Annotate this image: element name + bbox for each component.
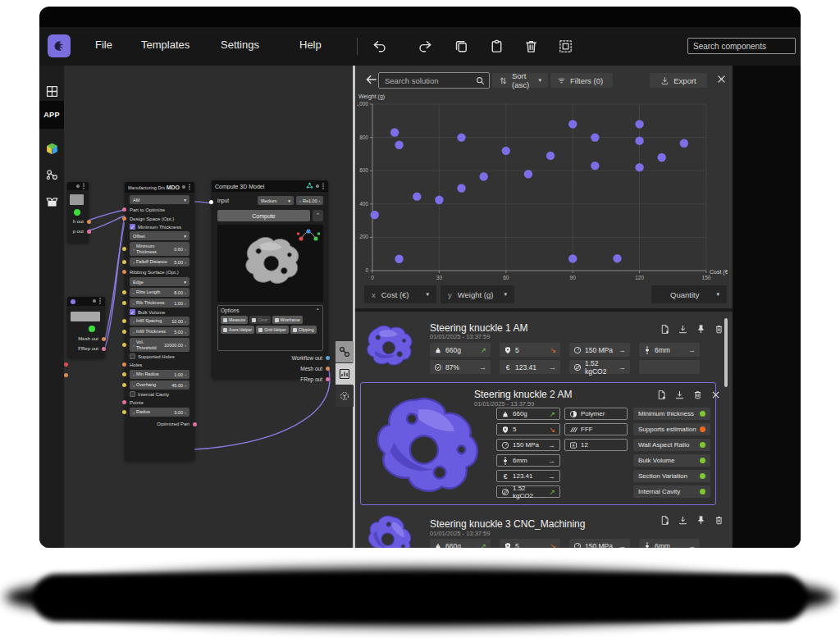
mdo-checkbox[interactable]: Internal Cavity [130, 391, 189, 397]
option-checkbox[interactable] [258, 328, 262, 332]
mdo-stepper[interactable]: ‹Rib Thickness1.00› [130, 298, 189, 308]
scatter-point[interactable] [568, 120, 577, 128]
mdo-node-header[interactable]: Manufacturing Driven ... MDO [125, 182, 194, 193]
sidebar-item-nodes-icon[interactable] [39, 162, 64, 187]
delete-icon[interactable] [521, 36, 541, 56]
solution-card[interactable]: Steering knuckle 1 AM01/01/2025 - 13:37:… [357, 316, 723, 380]
metric-chip[interactable]: 150 MPa→ [569, 343, 630, 357]
spec-chip[interactable]: FFF [564, 423, 628, 435]
option-checkbox[interactable] [252, 318, 256, 322]
sort-button[interactable]: Sort (asc)▾ [492, 73, 548, 88]
metric-chip[interactable]: 660g↗ [430, 343, 491, 357]
scatter-chart[interactable]: 030609012015002004006008001,000Weight (g… [357, 92, 728, 285]
compute-node-header[interactable]: Compute 3D Model [212, 180, 328, 192]
option-checkbox[interactable] [293, 328, 297, 332]
metric-chip[interactable]: 150 MPa→ [496, 439, 560, 451]
tab-3d-view[interactable] [336, 385, 354, 407]
cut-port[interactable] [64, 373, 68, 377]
output-port[interactable] [193, 422, 197, 426]
download-icon[interactable] [674, 390, 685, 400]
menu-settings[interactable]: Settings [221, 39, 259, 51]
node-menu-icon[interactable] [188, 184, 191, 191]
scatter-point[interactable] [479, 172, 487, 180]
mdo-stepper[interactable]: ‹Overhang45.00› [130, 381, 189, 390]
scatter-point[interactable] [457, 184, 465, 192]
spec-chip[interactable]: Polymer [564, 408, 628, 420]
metric-chip[interactable]: €123.41→ [496, 470, 560, 482]
mdo-node[interactable]: Manufacturing Driven ... MDO AM▾Part to … [125, 182, 194, 461]
scatter-point[interactable] [457, 133, 465, 141]
quality-dropdown[interactable]: Medium▾ [258, 196, 294, 205]
option-checkbox[interactable] [223, 318, 227, 322]
input-port[interactable] [122, 207, 126, 212]
scatter-point[interactable] [546, 152, 555, 160]
input-port[interactable] [122, 372, 126, 376]
option-clipping[interactable]: Clipping [290, 326, 317, 334]
marquee-select-icon[interactable] [555, 36, 575, 56]
metric-chip[interactable]: 5↘ [500, 539, 560, 548]
menu-templates[interactable]: Templates [141, 39, 189, 51]
download-icon[interactable] [678, 324, 688, 335]
close-panel-icon[interactable] [716, 73, 727, 88]
output-port[interactable] [87, 220, 91, 224]
checkbox[interactable] [130, 353, 135, 359]
compute-button[interactable]: Compute [217, 210, 310, 221]
redo-icon[interactable] [415, 36, 435, 56]
app-logo[interactable] [48, 34, 71, 57]
copy-icon[interactable] [451, 36, 471, 56]
output-port[interactable] [87, 230, 91, 234]
mdo-stepper[interactable]: ‹Infill Thickness5.00› [130, 327, 189, 336]
solution-search-input[interactable] [383, 75, 476, 86]
input-port[interactable] [122, 270, 126, 274]
scatter-point[interactable] [435, 196, 443, 204]
metric-chip[interactable]: 5↘ [496, 423, 560, 435]
mdo-stepper[interactable]: ‹Vol. Threshold10000.00› [130, 338, 189, 352]
paste-icon[interactable] [486, 36, 506, 56]
scatter-point[interactable] [635, 163, 643, 171]
metric-chip[interactable]: 6mm→ [639, 343, 700, 357]
input-port[interactable] [122, 330, 126, 334]
trash-icon[interactable] [692, 390, 703, 400]
compute-node[interactable]: Compute 3D Model input Medium▾ ‹Re 1.00› [212, 180, 328, 379]
trash-icon[interactable] [714, 515, 724, 526]
sidebar-item-cube-icon[interactable] [39, 136, 64, 161]
axis-gizmo-icon[interactable] [296, 227, 321, 245]
input-port[interactable] [122, 290, 126, 294]
scatter-point[interactable] [635, 136, 643, 144]
option-axes-helper[interactable]: Axes Helper [221, 326, 254, 334]
spec-chip[interactable]: 12 [564, 439, 628, 451]
input-port[interactable] [122, 400, 126, 404]
node-b-input-field[interactable] [71, 312, 100, 321]
scatter-point[interactable] [502, 147, 510, 155]
checkbox[interactable]: ✓ [130, 224, 135, 230]
export-button[interactable]: Export [650, 73, 707, 88]
metric-chip[interactable]: 87%→ [430, 360, 491, 374]
input-port[interactable] [122, 343, 126, 347]
trash-icon[interactable] [714, 324, 724, 335]
mdo-stepper[interactable]: ‹Min Radius1.00› [130, 370, 189, 379]
close-icon[interactable] [710, 390, 721, 400]
sidebar-item-box-icon[interactable] [39, 189, 64, 214]
input-port[interactable] [122, 301, 126, 305]
tab-workflow-view[interactable] [336, 341, 354, 362]
x-axis-selector[interactable]: x Cost (€)▾ [364, 285, 436, 303]
input-port[interactable] [122, 383, 126, 387]
search-components-input[interactable] [687, 38, 796, 54]
output-port[interactable] [326, 377, 330, 381]
metric-chip[interactable]: 660g↗ [430, 539, 491, 548]
input-port[interactable] [122, 362, 126, 367]
solution-card[interactable]: Steering knuckle 2 AM01/01/2025 - 13:37:… [360, 382, 716, 505]
mdo-stepper[interactable]: ‹Falloff Distance5.00› [130, 257, 189, 267]
node-settings-icon[interactable] [181, 185, 186, 190]
collapse-chevron-icon[interactable]: ⌃ [316, 308, 320, 314]
scatter-point[interactable] [613, 254, 621, 262]
resolution-stepper[interactable]: ‹Re 1.00› [296, 196, 323, 205]
option-clear[interactable]: Clear [249, 316, 270, 324]
metric-chip[interactable]: 5↘ [500, 343, 560, 357]
output-port[interactable] [102, 347, 106, 351]
scatter-point[interactable] [395, 255, 403, 263]
output-port[interactable] [326, 356, 330, 360]
menu-file[interactable]: File [95, 39, 112, 51]
input-port[interactable] [122, 410, 126, 414]
metric-chip[interactable]: 6mm→ [496, 454, 560, 467]
